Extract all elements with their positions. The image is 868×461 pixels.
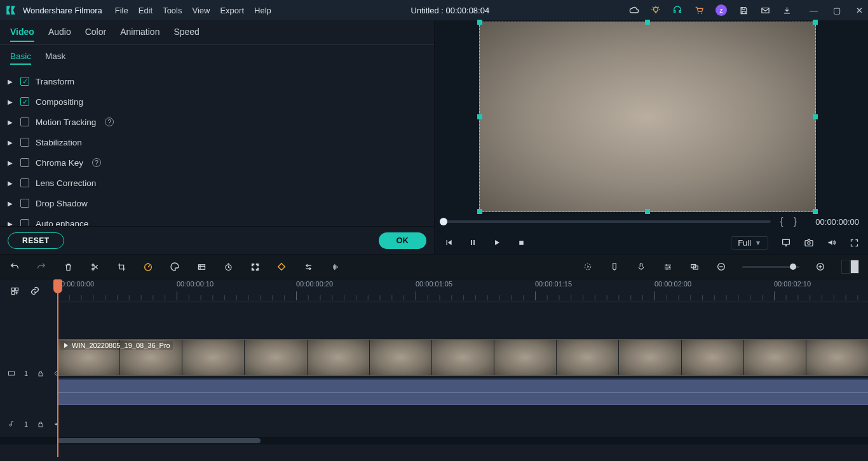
lock-icon[interactable] [37, 420, 44, 428]
menu-tools[interactable]: Tools [163, 6, 182, 15]
zoom-slider-thumb[interactable] [790, 264, 796, 270]
track-manage-icon[interactable] [10, 286, 20, 296]
preview-scrub-thumb[interactable] [440, 218, 447, 225]
delete-icon[interactable] [62, 261, 74, 272]
menu-file[interactable]: File [115, 6, 128, 15]
adjust-icon[interactable] [302, 261, 314, 272]
timeline-ruler[interactable]: 00:00:00:0000:00:00:1000:00:00:2000:00:0… [57, 279, 868, 302]
snapshot-icon[interactable] [804, 237, 814, 248]
resize-handle-bl[interactable] [477, 209, 482, 214]
cart-icon[interactable] [694, 5, 704, 15]
resize-handle-tr[interactable] [813, 20, 818, 25]
expand-arrow-icon[interactable]: ▶ [8, 220, 14, 227]
stop-button[interactable] [516, 237, 526, 248]
property-checkbox[interactable] [20, 77, 29, 86]
window-close[interactable]: ✕ [856, 6, 863, 15]
marker-icon[interactable] [609, 261, 620, 272]
menu-help[interactable]: Help [254, 6, 271, 15]
tab-audio[interactable]: Audio [48, 27, 71, 42]
resize-handle-br[interactable] [813, 209, 818, 214]
mark-out-icon[interactable]: } [792, 216, 798, 227]
reset-button[interactable]: RESET [8, 232, 64, 249]
color-icon[interactable] [169, 261, 180, 272]
display-icon[interactable] [781, 237, 791, 248]
render-icon[interactable] [582, 261, 593, 272]
property-checkbox[interactable] [20, 158, 29, 167]
preview-canvas-area[interactable] [435, 20, 868, 212]
preview-scrub-track[interactable] [444, 220, 771, 223]
mixer-icon[interactable] [662, 261, 674, 272]
audio-track-lane[interactable] [57, 411, 868, 437]
speed-icon[interactable] [142, 261, 154, 272]
user-avatar[interactable]: z [715, 4, 727, 16]
property-checkbox[interactable] [20, 219, 29, 226]
tab-animation[interactable]: Animation [120, 27, 159, 42]
property-checkbox[interactable] [20, 199, 29, 208]
link-icon[interactable] [30, 286, 40, 296]
expand-arrow-icon[interactable]: ▶ [8, 119, 14, 126]
preview-quality-dropdown[interactable]: Full ▼ [731, 236, 768, 250]
tab-color[interactable]: Color [85, 27, 106, 42]
window-minimize[interactable]: — [810, 6, 818, 15]
window-maximize[interactable]: ▢ [833, 6, 841, 15]
preview-canvas[interactable] [479, 22, 816, 212]
expand-arrow-icon[interactable]: ▶ [8, 139, 14, 146]
save-icon[interactable] [738, 5, 749, 15]
view-toggle[interactable] [841, 260, 859, 274]
zoom-out-icon[interactable] [715, 261, 727, 272]
help-icon[interactable]: ? [105, 117, 114, 126]
support-icon[interactable] [672, 5, 682, 15]
expand-arrow-icon[interactable]: ▶ [8, 78, 14, 85]
download-icon[interactable] [782, 5, 792, 15]
property-checkbox[interactable] [20, 138, 29, 147]
resize-handle-r[interactable] [813, 114, 818, 119]
keyframe-icon[interactable] [276, 261, 287, 272]
help-icon[interactable]: ? [92, 158, 101, 167]
mark-in-icon[interactable]: { [778, 216, 784, 227]
menu-view[interactable]: View [192, 6, 210, 15]
play-button[interactable] [492, 237, 502, 248]
expand-arrow-icon[interactable]: ▶ [8, 200, 14, 207]
menu-edit[interactable]: Edit [139, 6, 153, 15]
zoom-slider[interactable] [742, 266, 799, 268]
duration-icon[interactable] [222, 261, 234, 272]
ok-button[interactable]: OK [379, 232, 427, 249]
clip-audio-wave[interactable] [57, 378, 868, 405]
fit-icon[interactable] [249, 261, 261, 272]
audio-edit-icon[interactable] [329, 261, 341, 272]
idea-icon[interactable] [651, 5, 661, 15]
video-track-lane[interactable]: WIN_20220805_19_08_36_Pro [57, 339, 868, 408]
tab-speed[interactable]: Speed [173, 27, 199, 42]
record-icon[interactable] [635, 261, 647, 272]
volume-icon[interactable] [827, 237, 837, 248]
property-checkbox[interactable] [20, 97, 29, 106]
tab-video[interactable]: Video [10, 27, 34, 42]
hscroll-thumb[interactable] [57, 438, 261, 443]
mail-icon[interactable] [760, 5, 770, 15]
resize-handle-t[interactable] [645, 20, 650, 25]
video-clip[interactable]: WIN_20220805_19_08_36_Pro [57, 339, 868, 376]
undo-icon[interactable] [9, 261, 20, 272]
menu-export[interactable]: Export [220, 6, 244, 15]
timeline-hscrollbar[interactable] [0, 437, 868, 444]
property-checkbox[interactable] [20, 178, 29, 187]
cloud-icon[interactable] [629, 5, 639, 15]
resize-handle-l[interactable] [477, 114, 482, 119]
subtab-basic[interactable]: Basic [10, 51, 31, 65]
play-pause-button[interactable] [468, 237, 478, 248]
resize-handle-b[interactable] [645, 209, 650, 214]
group-icon[interactable] [689, 261, 700, 272]
zoom-in-icon[interactable] [815, 261, 826, 272]
lock-icon[interactable] [37, 370, 44, 377]
property-checkbox[interactable] [20, 117, 29, 126]
resize-handle-tl[interactable] [477, 20, 482, 25]
crop-icon[interactable] [116, 261, 127, 272]
split-icon[interactable] [89, 261, 100, 272]
freeze-icon[interactable] [196, 261, 207, 272]
property-list[interactable]: ▶Transform▶Compositing▶Motion Tracking?▶… [0, 69, 434, 226]
fullscreen-icon[interactable] [850, 238, 859, 248]
prev-frame-button[interactable] [444, 237, 454, 248]
expand-arrow-icon[interactable]: ▶ [8, 180, 14, 187]
expand-arrow-icon[interactable]: ▶ [8, 159, 14, 166]
expand-arrow-icon[interactable]: ▶ [8, 98, 14, 105]
